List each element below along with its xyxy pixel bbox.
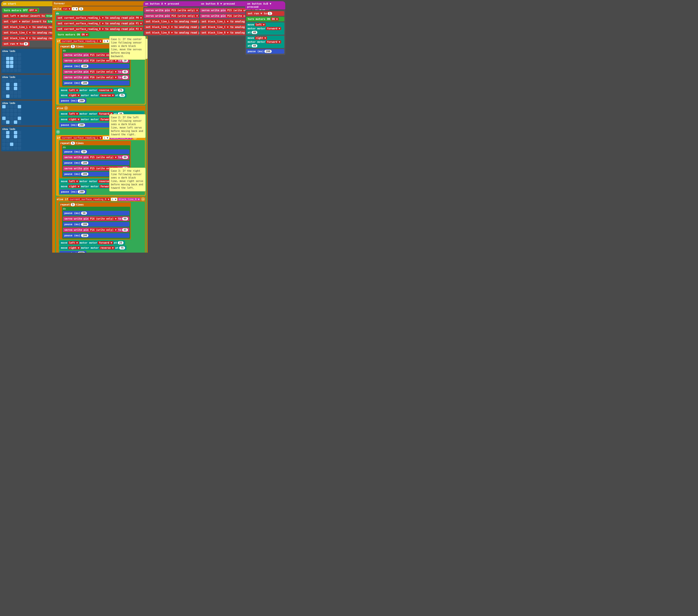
pause-50-c3a[interactable]: pause (ms) 50 — [63, 211, 129, 216]
add-btn-1[interactable]: + — [56, 130, 60, 134]
comment-box-case1: Case 1: If the center line following sen… — [109, 36, 146, 60]
repeat-5-case3[interactable]: repeat 5 times do pause (ms) — [59, 202, 131, 239]
comment-box-case3: Case 3: If the right line following sens… — [109, 168, 146, 191]
set-surface-c[interactable]: set current_surface_reading_C ▼ to analo… — [56, 21, 144, 26]
forever-hat[interactable]: forever — [52, 1, 148, 6]
move-right-reverse-75-c3[interactable]: move right ▼ motor motor reverse ▼ at 75 — [59, 246, 126, 250]
else-if-case3-body: repeat 5 times do pause (ms) — [59, 202, 145, 252]
servo-p16-45-c1[interactable]: servo write pin P16 (write only) ▼ to 45 — [63, 75, 129, 80]
button-ab-hat[interactable]: on button A+B ▼ pressed — [245, 1, 285, 10]
pause-100-c2b[interactable]: pause (ms) 100 — [63, 161, 129, 165]
set-surface-l[interactable]: set current_surface_reading_L ▼ to analo… — [56, 16, 144, 20]
btn-ab-move-right-40[interactable]: move right ▼ motor motor forward ▼ at 40 — [246, 36, 284, 48]
pause-200-c3[interactable]: pause (ms) 200 — [59, 251, 86, 252]
move-left-reverse-75[interactable]: move left ▼ motor motor reverse ▼ at 75 — [59, 88, 125, 93]
move-right-reverse-75[interactable]: move right ▼ motor motor reverse ▼ at 75 — [59, 93, 126, 98]
on-start-label: on start — [3, 2, 16, 5]
move-left-forward-25-c3[interactable]: move left ▼ motor motor forward ▼ at 25 — [59, 241, 125, 245]
pause-200-c1[interactable]: pause (ms) 200 — [59, 98, 86, 103]
else-case1-minus[interactable]: − — [64, 106, 68, 110]
else-if-case3[interactable]: else if current_surface_reading_R ▼ i ▼ … — [56, 196, 146, 252]
turn-motors-off-block[interactable]: turn motors OFF OFF ▼ — [2, 8, 39, 13]
button-ab-section: on button A+B ▼ pressed set run ▼ to 1 t… — [245, 1, 285, 55]
set-run-block[interactable]: set run ▼ to 0 — [2, 42, 30, 46]
pause-100-c1b[interactable]: pause (ms) 100 — [63, 81, 129, 85]
turn-motors-on[interactable]: turn motors ON ON ▼ — [56, 32, 90, 37]
btn-ab-turn-motors-on[interactable]: turn motors ON ON ▼ — [246, 17, 284, 22]
servo-p16-45-c3[interactable]: servo write pin P16 (write only) ▼ to 45 — [63, 228, 129, 232]
btn-ab-pause-200[interactable]: pause (ms) 200 — [246, 49, 284, 54]
pause-100-c3b[interactable]: pause (ms) 100 — [63, 222, 129, 227]
pause-200-c2[interactable]: pause (ms) 200 — [59, 190, 86, 194]
set-surface-r[interactable]: set current_surface_reading_R ▼ to analo… — [56, 27, 144, 31]
pause-100-c1a[interactable]: pause (ms) 100 — [63, 64, 129, 68]
btn-ab-set-run[interactable]: set run ▼ to 1 — [246, 11, 284, 16]
motors-dropdown[interactable]: OFF ▼ — [28, 9, 38, 12]
pause-50-c2a[interactable]: pause (ms) 50 — [63, 149, 129, 154]
set-left-invert-block[interactable]: set left ▼ motor invert to true ▼ — [2, 14, 57, 18]
comment-box-case2: Case 2: If the left line following senso… — [109, 114, 146, 138]
servo-p15-45-c1[interactable]: servo write pin P15 (write only) ▼ to 45 — [63, 69, 129, 74]
servo-p16-90-c3[interactable]: servo write pin P16 (write only) ▼ to 90 — [63, 216, 129, 221]
pause-100-c3c[interactable]: pause (ms) 100 — [63, 233, 129, 238]
btn-ab-move-left-40[interactable]: move left ▼ motor motor forward ▼ at 40 — [246, 22, 284, 35]
case3-minus[interactable]: − — [141, 197, 145, 201]
servo-p15-90-c2[interactable]: servo write pin P15 (write only) ▼ to 90 — [63, 155, 129, 160]
set-right-invert-block[interactable]: set right ▼ motor invert to true ▼ — [2, 19, 59, 24]
